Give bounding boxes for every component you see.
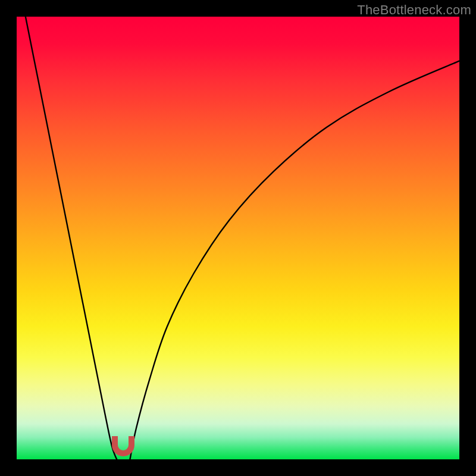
curves-layer: [17, 17, 459, 459]
bottleneck-curve-left: [26, 17, 117, 459]
chart-frame: TheBottleneck.com: [0, 0, 476, 476]
plot-area: [17, 17, 459, 459]
bottleneck-curve-right: [130, 61, 459, 459]
watermark-text: TheBottleneck.com: [357, 2, 471, 18]
